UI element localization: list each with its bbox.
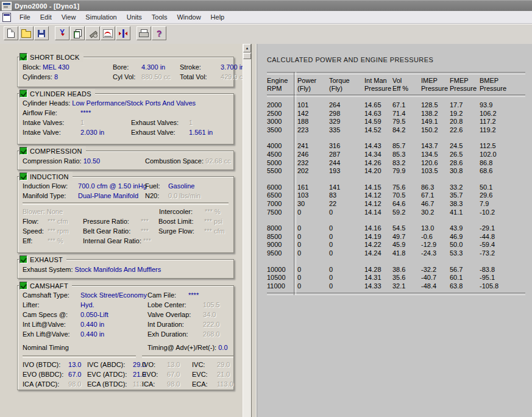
exhaust-checkbox[interactable] <box>20 255 27 263</box>
cell: 134.5 <box>421 151 450 159</box>
ica-actual-label: ICA: <box>142 380 165 388</box>
cell: 264 <box>329 101 364 110</box>
open-file-button[interactable] <box>19 26 34 40</box>
table-row: 100000014.2838.6-32.256.7-83.8 <box>267 266 525 274</box>
cell: 120.6 <box>421 159 450 168</box>
induction-flow-value[interactable]: 700.0 cfm <box>78 182 107 190</box>
valvetrain-button[interactable] <box>116 26 130 40</box>
cell: 0 <box>297 274 329 282</box>
cell: 7.9 <box>480 200 525 208</box>
menu-item-simulation[interactable]: Simulation <box>80 12 121 22</box>
section-title: COMPRESSION <box>30 148 82 155</box>
column-header: EngineRPM <box>267 77 297 93</box>
intake-valves-label: Intake Valves: <box>23 118 79 127</box>
table-row: 350022333514.5284.2150.222.6119.2 <box>267 126 525 135</box>
exhaust-system-value[interactable]: Stock Manifolds And Mufflers <box>75 266 161 273</box>
cell: -105.8 <box>480 282 525 291</box>
cell: 63.8 <box>450 282 480 291</box>
cell: 85.3 <box>392 151 421 159</box>
help-button[interactable]: ? <box>152 26 166 40</box>
cell: 14.19 <box>364 233 392 241</box>
camshaft-type-value[interactable]: Stock Street/Economy <box>80 291 147 299</box>
cell: 83.2 <box>392 159 421 168</box>
cell: 241 <box>297 142 329 151</box>
section-title: INDUCTION <box>30 173 69 180</box>
cell: 43.9 <box>450 224 480 233</box>
left-panel-scrollbar[interactable]: ▲ <box>243 44 251 417</box>
run-simulation-button[interactable]: Y <box>55 26 69 40</box>
cylinder-heads-checkbox[interactable] <box>20 90 27 98</box>
menu-item-window[interactable]: Window <box>172 12 205 22</box>
induction-vacuum-value[interactable]: 1.50 inHg <box>118 182 147 190</box>
cylinders-value[interactable]: 8 <box>54 73 58 80</box>
cell: 128.5 <box>421 101 450 110</box>
dyno-graph-button[interactable] <box>101 26 115 40</box>
block-value[interactable]: MEL 430 <box>43 63 69 71</box>
stroke-value[interactable]: 3.700 in <box>221 63 244 71</box>
menu-item-tools[interactable]: Tools <box>147 12 172 22</box>
print-button[interactable] <box>137 26 151 40</box>
cam-file-value[interactable]: **** <box>188 291 199 299</box>
menu-item-edit[interactable]: Edit <box>35 12 57 22</box>
save-file-button[interactable] <box>34 26 49 40</box>
cell: 29.6 <box>480 191 525 200</box>
manifold-type-value[interactable]: Dual-Plane Manifold <box>78 192 138 199</box>
scrollbar-thumb[interactable] <box>243 53 251 59</box>
cell: 60.1 <box>450 274 480 282</box>
menu-item-file[interactable]: File <box>15 12 35 22</box>
intake-valve-value[interactable]: 2.030 in <box>80 129 104 136</box>
cell: 14.31 <box>364 274 392 282</box>
cell: 0 <box>329 241 364 249</box>
induction-checkbox[interactable] <box>20 173 27 180</box>
cell: 0 <box>297 224 329 233</box>
internal-gear-value: *** <box>143 237 151 244</box>
menu-item-view[interactable]: View <box>57 12 81 22</box>
title-bar: Dyno2000 - [Dyno1] <box>0 0 532 11</box>
airflow-value[interactable]: **** <box>80 109 91 116</box>
cell: 112.5 <box>480 142 525 151</box>
int-lift-value[interactable]: 0.440 in <box>80 321 104 328</box>
scroll-up-button[interactable]: ▲ <box>243 44 251 52</box>
cell: 202 <box>297 167 329 176</box>
cam-specs-value[interactable]: 0.050-Lift <box>80 311 108 318</box>
compression-ratio-value[interactable]: 10.50 <box>83 157 101 165</box>
cell: 0 <box>297 249 329 258</box>
app-icon[interactable] <box>2 2 12 10</box>
new-file-button[interactable] <box>4 26 18 40</box>
ivo-actual-label: IVO: <box>142 360 165 369</box>
cyl-vol-label: Cyl Vol: <box>113 73 140 81</box>
new-document-icon <box>7 29 15 38</box>
cell: 0 <box>329 233 364 241</box>
section-short-block: SHORT BLOCK Block: MEL 430 Bore: 4.300 i… <box>17 57 234 87</box>
cylinders-label: Cylinders: <box>23 73 52 80</box>
column-header: Int ManPressure <box>364 77 392 93</box>
timing-adv-value[interactable]: 0.0 <box>218 344 227 351</box>
engine-tools-button[interactable] <box>85 26 100 40</box>
exhaust-system-label: Exhaust System: <box>23 266 73 273</box>
nominal-timing-label: Nominal Timing <box>23 344 69 351</box>
boost-limit-value: *** psi <box>204 218 222 225</box>
cell: 14.22 <box>364 241 392 249</box>
evo-value[interactable]: 67.0 <box>68 371 81 378</box>
exhaust-valve-value[interactable]: 1.561 in <box>189 129 213 136</box>
rpm-group: 100000014.2838.6-32.256.7-83.8105000014.… <box>267 266 525 291</box>
lifter-value[interactable]: Hyd. <box>80 301 94 308</box>
cell: 38.6 <box>392 266 421 274</box>
short-block-checkbox[interactable] <box>20 53 27 61</box>
child-window-icon[interactable] <box>2 13 11 22</box>
compression-checkbox[interactable] <box>20 147 27 155</box>
fuel-value[interactable]: Gasoline <box>168 182 194 190</box>
cell: 45.9 <box>392 241 421 249</box>
exh-lift-value[interactable]: 0.440 in <box>80 330 104 338</box>
copy-window-button[interactable] <box>70 26 85 40</box>
bore-value[interactable]: 4.300 in <box>141 63 165 71</box>
fuel-label: Fuel: <box>145 182 168 190</box>
table-row: 110000014.3332.1-48.463.8-105.8 <box>267 282 525 291</box>
ivo-value[interactable]: 13.0 <box>68 361 81 368</box>
cell: 149.1 <box>421 118 450 126</box>
menu-item-units[interactable]: Units <box>122 12 147 22</box>
heads-value[interactable]: Low Performance/Stock Ports And Valves <box>72 99 196 107</box>
results-title: CALCULATED POWER AND ENGINE PRESSURES <box>267 56 433 63</box>
camshaft-checkbox[interactable] <box>20 282 27 290</box>
menu-item-help[interactable]: Help <box>206 12 230 22</box>
